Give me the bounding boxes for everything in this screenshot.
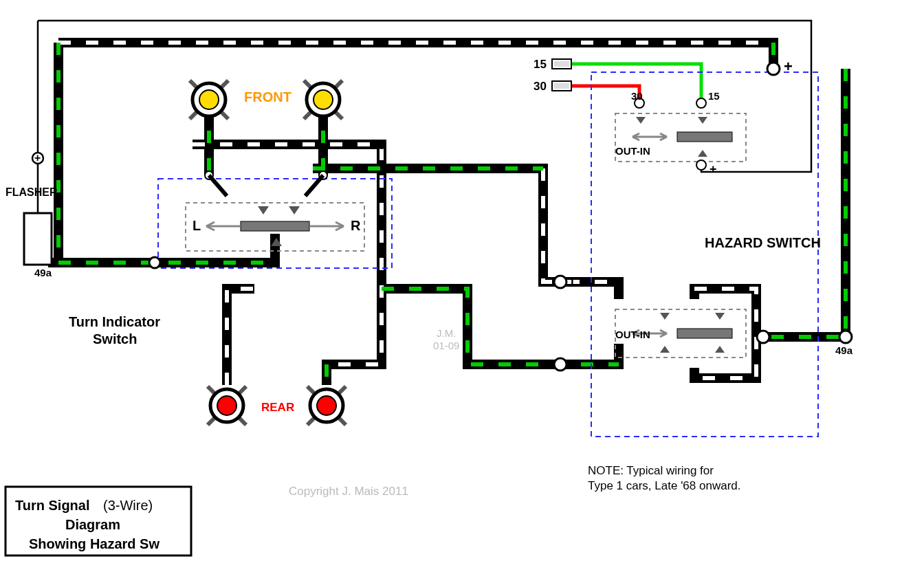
title-1a: Turn Signal: [15, 498, 90, 513]
svg-point-25: [317, 396, 336, 415]
svg-point-40: [696, 160, 706, 170]
label-L2: L: [571, 276, 578, 289]
wm-copy: Copyright J. Mais 2011: [289, 485, 408, 498]
svg-rect-8: [677, 132, 732, 142]
wiring-diagram: FLASHER FRONT REAR L R 49a Turn Indicato…: [0, 0, 924, 561]
label-sw30: 30: [631, 90, 643, 102]
svg-point-31: [149, 257, 160, 268]
svg-point-39: [696, 98, 706, 108]
svg-text:(3-Wire): (3-Wire): [103, 498, 153, 513]
title-3: Showing Hazard Sw: [29, 536, 160, 551]
svg-text:+: +: [34, 152, 41, 164]
label-49a-r: 49a: [835, 344, 853, 356]
note-l1: NOTE: Typical wiring for: [588, 464, 714, 477]
label-turn1: Turn Indicator: [69, 314, 160, 329]
svg-rect-7: [241, 221, 309, 231]
svg-point-35: [757, 331, 769, 343]
label-R2: R: [571, 358, 579, 371]
label-turn2: Switch: [93, 331, 137, 346]
wire-30-red: [564, 86, 639, 100]
svg-point-37: [554, 358, 566, 371]
text-labels: FLASHER FRONT REAR L R 49a Turn Indicato…: [6, 58, 853, 414]
label-15: 15: [534, 58, 547, 71]
label-flasher: FLASHER: [6, 186, 58, 198]
label-outin-l: OUT-IN: [615, 329, 650, 340]
svg-rect-30: [554, 83, 569, 89]
label-49a-left: 49a: [34, 267, 52, 278]
label-plus1: +: [784, 58, 793, 75]
label-R: R: [351, 218, 361, 233]
label-plus2: +: [710, 162, 717, 176]
title-2: Diagram: [65, 517, 120, 532]
note-text: NOTE: Typical wiring for Type 1 cars, La…: [588, 464, 741, 492]
svg-point-34: [839, 331, 852, 343]
wm-date: 01-09: [433, 340, 459, 351]
title-box: Turn Signal (3-Wire) Diagram Showing Haz…: [6, 487, 191, 556]
label-front: FRONT: [244, 89, 292, 104]
label-outin-u: OUT-IN: [615, 145, 650, 157]
svg-rect-28: [554, 61, 569, 67]
fuse-icons: [552, 59, 571, 91]
svg-rect-9: [677, 329, 732, 338]
flasher-unit: [24, 213, 52, 265]
note-l2: Type 1 cars, Late '68 onward.: [588, 479, 741, 492]
svg-point-13: [199, 90, 219, 109]
label-L: L: [192, 218, 201, 233]
label-hazard: HAZARD SWITCH: [705, 235, 821, 250]
wm-jm: J.M.: [437, 327, 456, 339]
label-sw15: 15: [708, 90, 720, 102]
switch-contacts: [205, 171, 327, 196]
wires-thin: [32, 21, 811, 213]
svg-rect-26: [24, 213, 52, 265]
svg-point-32: [377, 140, 386, 149]
svg-point-17: [314, 90, 333, 109]
label-rear: REAR: [261, 401, 294, 414]
svg-point-33: [767, 63, 780, 75]
svg-point-36: [554, 276, 566, 288]
svg-text:Turn Signal: Turn Signal: [15, 498, 90, 513]
label-30: 30: [534, 80, 547, 93]
title-1b: (3-Wire): [103, 498, 153, 513]
svg-point-21: [217, 396, 236, 415]
